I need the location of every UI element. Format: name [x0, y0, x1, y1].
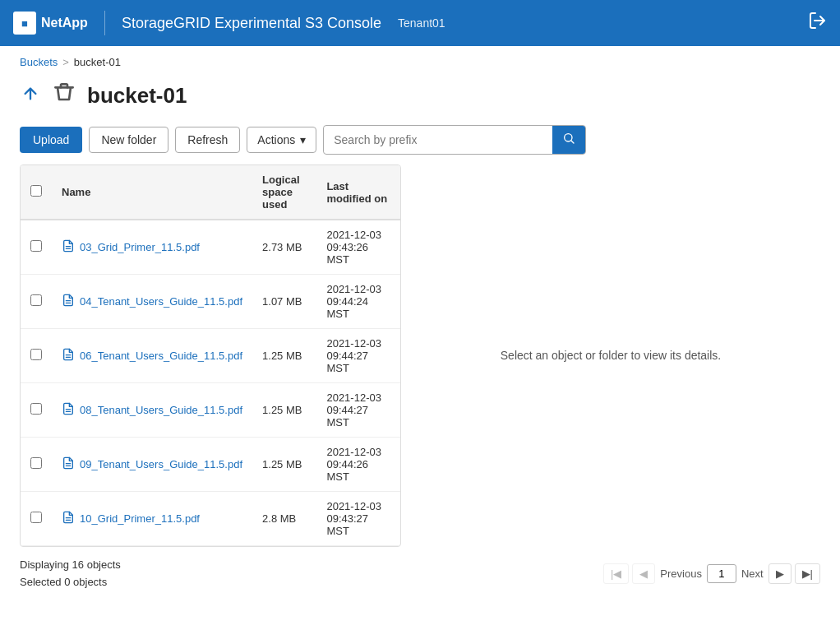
table-row: 03_Grid_Primer_11.5.pdf 2.73 MB 2021-12-…	[21, 220, 400, 275]
footer-status: Displaying 16 objects Selected 0 objects	[20, 557, 121, 591]
pagination: |◀ ◀ Previous Next ▶ ▶|	[603, 563, 820, 584]
row-modified-cell: 2021-12-03 09:43:26 MST	[316, 220, 400, 275]
table-row: 04_Tenant_Users_Guide_11.5.pdf 1.07 MB 2…	[21, 275, 400, 329]
page-title-area: bucket-01	[0, 73, 840, 125]
upload-button[interactable]: Upload	[20, 127, 82, 153]
app-header: ■ NetApp StorageGRID Experimental S3 Con…	[0, 0, 840, 46]
next-label: Next	[741, 568, 764, 580]
actions-label: Actions	[257, 133, 295, 146]
prev-page-button[interactable]: ◀	[632, 563, 655, 584]
row-checkbox-cell	[21, 275, 52, 329]
header-divider	[104, 11, 105, 35]
side-panel-text: Select an object or folder to view its d…	[501, 347, 721, 364]
col-header-name: Name	[52, 165, 252, 220]
row-size-cell: 2.8 MB	[252, 492, 316, 546]
breadcrumb-separator: >	[62, 56, 69, 68]
file-name-link[interactable]: 08_Tenant_Users_Guide_11.5.pdf	[80, 404, 242, 416]
prev-label: Previous	[660, 568, 702, 580]
file-name-link[interactable]: 09_Tenant_Users_Guide_11.5.pdf	[80, 458, 242, 470]
search-input[interactable]	[324, 127, 552, 152]
file-icon	[62, 456, 75, 473]
row-modified-cell: 2021-12-03 09:43:27 MST	[316, 492, 400, 546]
select-all-checkbox[interactable]	[30, 185, 42, 197]
row-name-cell: 06_Tenant_Users_Guide_11.5.pdf	[52, 329, 252, 383]
netapp-logo: ■ NetApp	[13, 12, 88, 35]
table-body: 03_Grid_Primer_11.5.pdf 2.73 MB 2021-12-…	[21, 220, 400, 546]
row-checkbox-cell	[21, 329, 52, 383]
row-checkbox[interactable]	[30, 240, 42, 252]
row-checkbox[interactable]	[30, 403, 42, 415]
table-row: 06_Tenant_Users_Guide_11.5.pdf 1.25 MB 2…	[21, 329, 400, 383]
header-tenant: Tenant01	[398, 16, 445, 30]
row-name-cell: 10_Grid_Primer_11.5.pdf	[52, 492, 252, 546]
breadcrumb-root[interactable]: Buckets	[20, 56, 58, 68]
main-content: Name Logical space used Last modified on	[0, 164, 840, 547]
header-left: ■ NetApp StorageGRID Experimental S3 Con…	[13, 11, 445, 35]
search-container	[323, 125, 586, 155]
file-name-link[interactable]: 03_Grid_Primer_11.5.pdf	[80, 241, 200, 253]
footer: Displaying 16 objects Selected 0 objects…	[0, 547, 840, 598]
search-button[interactable]	[552, 126, 585, 154]
table-scroll[interactable]: Name Logical space used Last modified on	[21, 165, 400, 546]
file-name-link[interactable]: 04_Tenant_Users_Guide_11.5.pdf	[80, 295, 242, 308]
header-title: StorageGRID Experimental S3 Console	[122, 15, 381, 32]
col-header-modified: Last modified on	[316, 165, 400, 220]
row-name-cell: 04_Tenant_Users_Guide_11.5.pdf	[52, 275, 252, 329]
row-name-cell: 08_Tenant_Users_Guide_11.5.pdf	[52, 383, 252, 438]
row-checkbox-cell	[21, 220, 52, 275]
refresh-button[interactable]: Refresh	[175, 127, 240, 153]
row-modified-cell: 2021-12-03 09:44:24 MST	[316, 275, 400, 329]
table-row: 10_Grid_Primer_11.5.pdf 2.8 MB 2021-12-0…	[21, 492, 400, 546]
exit-icon[interactable]	[807, 11, 827, 35]
row-size-cell: 1.25 MB	[252, 329, 316, 383]
row-modified-cell: 2021-12-03 09:44:27 MST	[316, 383, 400, 438]
row-name-cell: 09_Tenant_Users_Guide_11.5.pdf	[52, 438, 252, 492]
file-icon	[62, 294, 75, 310]
row-size-cell: 1.07 MB	[252, 275, 316, 329]
files-table: Name Logical space used Last modified on	[21, 165, 400, 546]
row-checkbox-cell	[21, 438, 52, 492]
row-modified-cell: 2021-12-03 09:44:26 MST	[316, 438, 400, 492]
file-icon	[62, 511, 75, 527]
table-row: 08_Tenant_Users_Guide_11.5.pdf 1.25 MB 2…	[21, 383, 400, 438]
row-checkbox[interactable]	[30, 349, 42, 360]
row-checkbox[interactable]	[30, 457, 42, 469]
file-name-link[interactable]: 10_Grid_Primer_11.5.pdf	[80, 512, 200, 525]
breadcrumb: Buckets > bucket-01	[0, 46, 840, 73]
row-checkbox[interactable]	[30, 294, 42, 306]
file-icon	[62, 348, 75, 364]
displaying-count: Displaying 16 objects	[20, 557, 121, 574]
toolbar: Upload New folder Refresh Actions ▾	[0, 125, 840, 164]
breadcrumb-current: bucket-01	[74, 56, 121, 68]
page-title: bucket-01	[87, 83, 187, 109]
row-checkbox-cell	[21, 383, 52, 438]
side-panel: Select an object or folder to view its d…	[401, 164, 820, 547]
logo-icon: ■	[13, 12, 36, 35]
row-checkbox-cell	[21, 492, 52, 546]
file-icon	[62, 402, 75, 419]
first-page-button[interactable]: |◀	[603, 563, 629, 584]
page-number-input[interactable]	[707, 564, 736, 583]
selected-count: Selected 0 objects	[20, 574, 121, 591]
table-row: 09_Tenant_Users_Guide_11.5.pdf 1.25 MB 2…	[21, 438, 400, 492]
file-name-link[interactable]: 06_Tenant_Users_Guide_11.5.pdf	[80, 350, 242, 362]
last-page-button[interactable]: ▶|	[795, 563, 820, 584]
actions-button[interactable]: Actions ▾	[247, 127, 316, 153]
row-size-cell: 1.25 MB	[252, 438, 316, 492]
row-size-cell: 2.73 MB	[252, 220, 316, 275]
file-icon	[62, 239, 75, 256]
new-folder-button[interactable]: New folder	[89, 127, 168, 153]
col-header-size: Logical space used	[252, 165, 316, 220]
actions-chevron-icon: ▾	[300, 133, 306, 146]
row-checkbox[interactable]	[30, 512, 42, 523]
row-size-cell: 1.25 MB	[252, 383, 316, 438]
table-header-row: Name Logical space used Last modified on	[21, 165, 400, 220]
logo-letter: ■	[21, 17, 28, 30]
row-name-cell: 03_Grid_Primer_11.5.pdf	[52, 220, 252, 275]
select-all-header	[21, 165, 52, 220]
bucket-icon	[51, 80, 77, 112]
up-arrow-button[interactable]	[20, 83, 41, 109]
logo-text: NetApp	[41, 16, 88, 30]
row-modified-cell: 2021-12-03 09:44:27 MST	[316, 329, 400, 383]
next-page-button[interactable]: ▶	[768, 563, 792, 584]
